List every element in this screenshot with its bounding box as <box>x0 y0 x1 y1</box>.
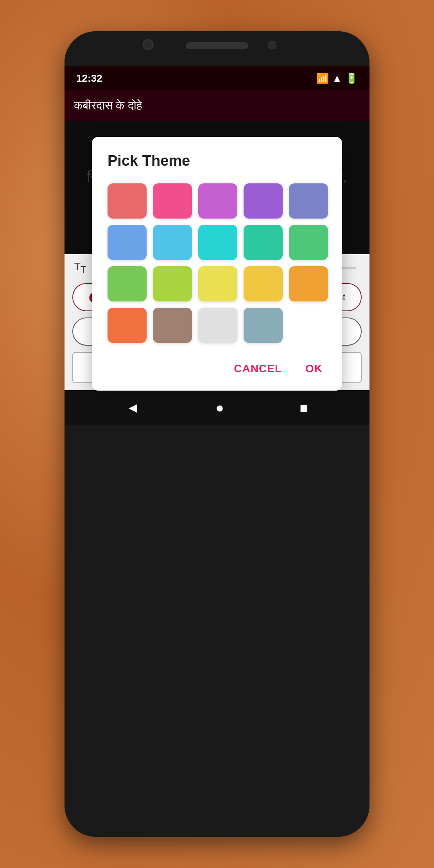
color-swatch-orange[interactable] <box>289 266 328 301</box>
color-swatch-yellow[interactable] <box>198 266 237 301</box>
status-icons: 📶 ▲ 🔋 <box>316 72 358 84</box>
color-swatch-light-green[interactable] <box>108 266 147 301</box>
color-swatch-salmon-red[interactable] <box>108 183 147 219</box>
app-toolbar: कबीरदास के दोहे <box>65 90 369 121</box>
color-swatch-teal[interactable] <box>244 225 283 260</box>
color-swatch-green[interactable] <box>289 225 328 260</box>
status-bar: 12:32 📶 ▲ 🔋 <box>65 66 369 90</box>
speaker-grille <box>186 42 248 49</box>
recents-nav-icon[interactable]: ■ <box>299 400 308 416</box>
font-size-icon: TT <box>74 260 86 275</box>
phone-top-area <box>65 31 369 66</box>
home-nav-icon[interactable]: ● <box>215 400 224 416</box>
color-swatch-sky-blue[interactable] <box>153 225 192 260</box>
ok-button[interactable]: OK <box>301 359 326 379</box>
time-display: 12:32 <box>76 72 102 84</box>
battery-icon: 🔋 <box>345 72 358 84</box>
dialog-title: Pick Theme <box>108 152 326 169</box>
color-swatch-purple[interactable] <box>198 183 237 219</box>
color-swatch-cyan[interactable] <box>198 225 237 260</box>
wifi-icon: 📶 <box>316 72 329 84</box>
dialog-actions: CANCEL OK <box>108 355 326 379</box>
color-swatch-brown[interactable] <box>153 308 192 343</box>
dialog-overlay: Pick Theme CANCEL OK <box>65 121 369 254</box>
color-swatch-coral-orange[interactable] <box>108 308 147 343</box>
color-grid <box>108 183 326 343</box>
quote-card: जिन खोजा तिन पाइया, गहरे पानी पैठ, मैं ब… <box>65 121 369 254</box>
back-nav-icon[interactable]: ◄ <box>126 400 140 416</box>
color-swatch-steel-blue[interactable] <box>244 308 283 343</box>
color-swatch-periwinkle[interactable] <box>289 183 328 219</box>
camera-lens-2 <box>268 41 276 49</box>
color-swatch-medium-purple[interactable] <box>244 183 283 219</box>
pick-theme-dialog: Pick Theme CANCEL OK <box>92 137 342 391</box>
color-swatch-light-blue[interactable] <box>108 225 147 260</box>
phone-bottom <box>65 425 369 441</box>
cancel-button[interactable]: CANCEL <box>230 359 286 379</box>
camera-lens <box>143 39 154 50</box>
app-title: कबीरदास के दोहे <box>74 99 142 113</box>
color-swatch-golden[interactable] <box>244 266 283 301</box>
color-swatch-hot-pink[interactable] <box>153 183 192 219</box>
color-swatch-yellow-green[interactable] <box>153 266 192 301</box>
signal-icon: ▲ <box>332 72 342 84</box>
main-content: जिन खोजा तिन पाइया, गहरे पानी पैठ, मैं ब… <box>65 121 369 390</box>
phone-frame: 12:32 📶 ▲ 🔋 कबीरदास के दोहे जिन खोजा तिन… <box>65 31 369 837</box>
bottom-nav-bar: ◄ ● ■ <box>65 390 369 425</box>
color-swatch-light-gray[interactable] <box>198 308 237 343</box>
